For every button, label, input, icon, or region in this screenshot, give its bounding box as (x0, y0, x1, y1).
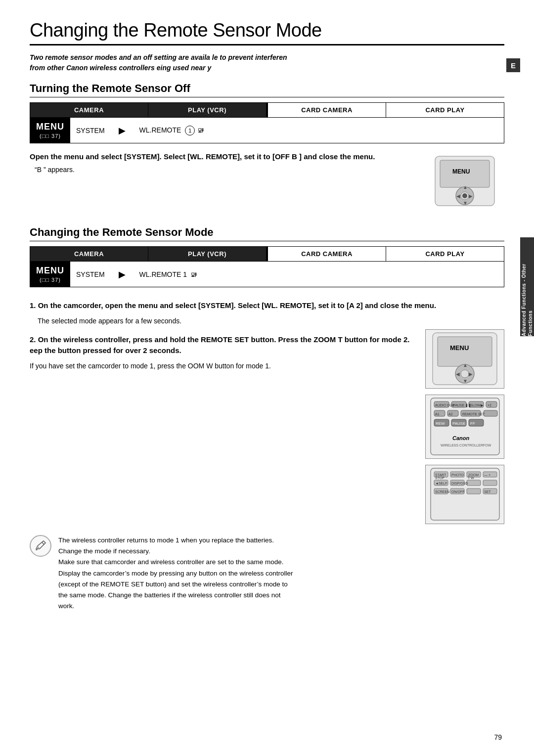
svg-text:SLOW▶: SLOW▶ (470, 403, 484, 407)
mode-cell-play-2: PLAY (VCR) (148, 247, 267, 261)
section2-step1-sub: The selected mode appears for a few seco… (38, 315, 504, 326)
section2-step2: 2. On the wireless controller, press and… (30, 334, 417, 356)
svg-text:▼: ▼ (463, 378, 468, 384)
note-line-3: Make sure that camcorder and wireless co… (58, 558, 283, 566)
section2-rule (30, 241, 504, 241)
svg-text:DISP/OSD: DISP/OSD (451, 482, 468, 485)
section1-body: MENU ▲ ▼ ◀ ▶ Open the menu and select [S… (30, 151, 504, 217)
section1-menu-label: MENU (□□ 37) (30, 118, 70, 143)
svg-rect-57 (483, 480, 497, 486)
svg-text:MENU: MENU (452, 168, 470, 175)
section1-heading: Turning the Remote Sensor Off (30, 82, 504, 95)
section2-images: MENU ▲ ▼ ◀ ▶ (425, 329, 504, 524)
svg-text:×2: ×2 (488, 403, 491, 407)
svg-point-14 (461, 370, 469, 378)
svg-text:◄SELF: ◄SELF (435, 482, 447, 485)
section2-menu-image: MENU ▲ ▼ ◀ ▶ (425, 329, 504, 389)
note-line-4: Display the camcorder’s mode by pressing… (58, 570, 293, 577)
svg-text:◀: ◀ (456, 371, 460, 377)
intro-text: Two remote sensor modes and an off setti… (30, 52, 504, 73)
svg-text:REW: REW (436, 421, 445, 426)
svg-text:▶: ▶ (469, 193, 473, 199)
note-icon (30, 535, 51, 557)
mode-cell-card-play-2: CARD PLAY (386, 247, 504, 261)
note-box: The wireless controller returns to mode … (30, 535, 504, 612)
svg-text:Canon: Canon (452, 435, 470, 441)
svg-text:AUDIO DUB: AUDIO DUB (435, 403, 454, 407)
svg-text:FF: FF (470, 421, 475, 426)
svg-text:STOP: STOP (435, 476, 445, 480)
page-number: 79 (494, 733, 502, 741)
section2-wl-remote: WL.REMOTE 1 🖳 (139, 270, 197, 278)
svg-text:REMOTE SET: REMOTE SET (462, 412, 485, 416)
note-text-block: The wireless controller returns to mode … (58, 535, 293, 612)
title-rule (30, 44, 504, 45)
svg-text:PAUSE ❚❚: PAUSE ❚❚ (453, 403, 471, 407)
section2-steps: 1. On the camcorder, open the menu and s… (30, 295, 504, 524)
section1-menu-content: SYSTEM ▶ WL.REMOTE 1 🖳 (70, 118, 504, 143)
svg-text:A2: A2 (448, 412, 453, 416)
section2-step1: 1. On the camcorder, open the menu and s… (30, 300, 504, 311)
svg-text:◀: ◀ (456, 193, 460, 199)
section2-heading: Changing the Remote Sensor Mode (30, 226, 504, 239)
mode-cell-card-play-1: CARD PLAY (386, 103, 504, 117)
svg-rect-31 (484, 410, 497, 416)
svg-rect-11 (438, 337, 492, 366)
svg-text:A1: A1 (435, 412, 440, 416)
svg-text:SET: SET (484, 490, 491, 493)
mode-cell-play-1: PLAY (VCR) (148, 103, 267, 117)
svg-text:WIRELESS CONTROLLERFOW: WIRELESS CONTROLLERFOW (441, 444, 491, 447)
note-line-2: Change the mode if necessary. (58, 547, 150, 555)
mode-cell-card-camera-2: CARD CAMERA (267, 247, 386, 261)
svg-text:▲: ▲ (463, 362, 468, 368)
svg-text:▼: ▼ (463, 200, 468, 206)
svg-text:PHOTO: PHOTO (451, 473, 464, 477)
section1-mode-bar: CAMERA PLAY (VCR) CARD CAMERA CARD PLAY (30, 102, 504, 118)
e-badge: E (506, 58, 520, 72)
section2-step2-row: 2. On the wireless controller, press and… (30, 329, 504, 524)
svg-text:T     W: T W (468, 476, 474, 480)
svg-rect-62 (467, 489, 481, 494)
section2-menu-row: MENU (□□ 37) SYSTEM ▶ WL.REMOTE 1 🖳 (30, 262, 504, 287)
mode-cell-camera-2: CAMERA (30, 247, 148, 261)
section2-menu-content: SYSTEM ▶ WL.REMOTE 1 🖳 (70, 262, 504, 287)
section2-body: 1. On the camcorder, open the menu and s… (30, 295, 504, 524)
sidebar-text: Advanced Functions - Other Functions (521, 237, 534, 336)
note-line-7: work. (58, 602, 74, 610)
svg-point-5 (462, 193, 467, 198)
note-line-5: (except of the REMOTE SET button) and se… (58, 580, 288, 588)
section2-remote-image: AUDIO DUB PAUSE ❚❚ SLOW▶ ×2 A1 A2 REMOTE… (425, 395, 504, 459)
right-sidebar: Advanced Functions - Other Functions (520, 237, 534, 336)
section1-rule (30, 97, 504, 97)
svg-text:SCREEN: SCREEN (435, 490, 449, 493)
mode-cell-camera-1: CAMERA (30, 103, 148, 117)
page-title: Changing the Remote Sensor Mode (30, 20, 504, 41)
section2-mode-bar: CAMERA PLAY (VCR) CARD CAMERA CARD PLAY (30, 246, 504, 262)
section2-step2-sub1: If you have set the camcorder to mode 1,… (30, 360, 417, 371)
svg-text:MENU: MENU (450, 344, 469, 352)
section2-step2-text: 2. On the wireless controller, press and… (30, 329, 417, 524)
svg-rect-56 (467, 480, 481, 486)
note-line-1: The wireless controller returns to mode … (58, 536, 274, 544)
section1-menu-row: MENU (□□ 37) SYSTEM ▶ WL.REMOTE 1 🖳 (30, 118, 504, 143)
svg-text:▲: ▲ (463, 184, 468, 190)
svg-text:PAUSE: PAUSE (452, 421, 466, 426)
note-line-6: the same mode. Change the batteries if t… (58, 591, 280, 599)
section2-remote-small-image: START STOP PHOTO ZOOM T W — + ◄SELF DISP… (425, 465, 504, 524)
section1-wl-remote: WL.REMOTE 1 🖳 (139, 126, 205, 135)
svg-text:— +: — + (484, 473, 490, 477)
svg-line-67 (42, 542, 44, 544)
svg-text:▶: ▶ (469, 371, 473, 377)
section2-menu-label: MENU (□□ 37) (30, 262, 70, 287)
mode-cell-card-camera-1: CARD CAMERA (267, 103, 386, 117)
section1-menu-image: MENU ▲ ▼ ◀ ▶ (425, 151, 504, 212)
svg-text:ON/OFF: ON/OFF (451, 490, 464, 493)
